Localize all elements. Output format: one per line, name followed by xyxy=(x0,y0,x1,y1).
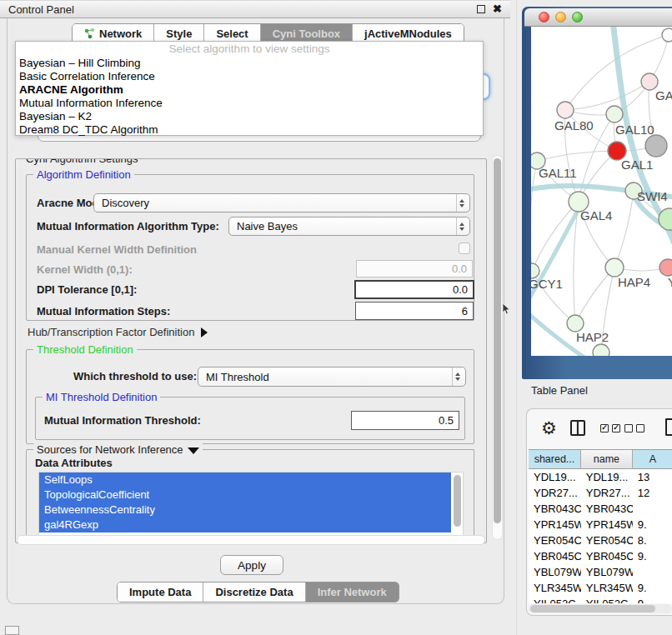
list-item[interactable]: BetweennessCentrality xyxy=(39,502,451,518)
table-cell[interactable]: YDR27... xyxy=(581,485,633,501)
column-header-cut[interactable]: A xyxy=(633,450,672,468)
table-cell[interactable]: 9. xyxy=(633,517,672,532)
close-traffic-light-icon[interactable] xyxy=(539,12,549,22)
mouse-cursor xyxy=(502,303,512,315)
table-cell[interactable]: YBL079W xyxy=(529,564,581,580)
document-icon[interactable] xyxy=(665,418,672,436)
mi-algorithm-type-combo[interactable]: Naive Bayes xyxy=(228,217,470,236)
tab-discretize-data[interactable]: Discretize Data xyxy=(203,582,304,602)
zoom-traffic-light-icon[interactable] xyxy=(572,12,583,22)
popup-item-mutual-information[interactable]: Mutual Information Inference xyxy=(16,97,483,110)
table-cell[interactable]: YLR345W xyxy=(581,580,633,596)
network-node-gal[interactable] xyxy=(641,73,658,90)
table-row[interactable]: YER054CYER054C8. xyxy=(529,532,672,548)
tab-infer-network[interactable]: Infer Network xyxy=(305,582,399,602)
aracne-mode-combo[interactable]: Discovery xyxy=(93,193,470,212)
network-edge xyxy=(532,202,579,271)
table-cell[interactable]: YBL079W xyxy=(581,564,633,580)
table-cell[interactable]: YBR043C xyxy=(581,501,633,517)
table-cell[interactable]: YDR27... xyxy=(529,485,581,501)
mi-steps-field[interactable]: 6 xyxy=(355,302,474,320)
table-cell[interactable]: 8. xyxy=(633,532,672,548)
table-cell[interactable]: 9. xyxy=(633,596,672,603)
table-cell[interactable]: YPR145W xyxy=(529,517,581,532)
hub-definition-expander[interactable]: Hub/Transcription Factor Definition xyxy=(28,326,208,338)
table-cell[interactable]: 9. xyxy=(633,548,672,564)
table-cell[interactable]: YDL19... xyxy=(581,469,633,485)
table-row[interactable]: YDL19...YDL19...13 xyxy=(529,469,672,485)
network-canvas[interactable]: GALGAL80GAL10GAL1GAL11SWI4GAL4GCY1HAP4YH… xyxy=(531,27,672,356)
minimize-traffic-light-icon[interactable] xyxy=(555,12,566,22)
network-window-titlebar[interactable] xyxy=(524,8,672,27)
dpi-tolerance-field[interactable]: 0.0 xyxy=(354,280,474,299)
tab-impute-data[interactable]: Impute Data xyxy=(118,582,203,602)
node-label: SWI4 xyxy=(637,189,668,203)
collapse-down-icon xyxy=(188,448,199,454)
table-cell[interactable]: YLR345W xyxy=(529,580,581,596)
table-cell[interactable]: YER054C xyxy=(529,532,581,548)
gear-icon[interactable]: ⚙ xyxy=(541,418,557,439)
data-attributes-list[interactable]: SelfLoops TopologicalCoefficient Between… xyxy=(38,472,464,538)
network-node-gal80[interactable] xyxy=(557,102,574,118)
table-cell[interactable]: YBR043C xyxy=(529,501,581,517)
control-panel-window: Control Panel ✖ gal-filtered sif default… xyxy=(0,0,510,606)
table-row[interactable]: YDR27...YDR27...12 xyxy=(529,485,672,501)
list-scrollbar[interactable] xyxy=(453,474,462,534)
network-node[interactable] xyxy=(593,344,609,356)
close-icon[interactable]: ✖ xyxy=(493,5,502,13)
control-panel-titlebar[interactable]: Control Panel ✖ xyxy=(0,0,510,18)
float-window-icon[interactable] xyxy=(477,5,485,13)
list-item[interactable]: SelfLoops xyxy=(39,472,451,488)
network-node[interactable] xyxy=(645,135,667,157)
list-item[interactable]: gal4RGexp xyxy=(39,518,451,532)
settings-horizontal-scrollbar[interactable] xyxy=(17,535,485,545)
table-row[interactable]: YLR345WYLR345W9. xyxy=(529,580,672,596)
popup-item-bayesian-k2[interactable]: Bayesian – K2 xyxy=(16,110,483,123)
table-row[interactable]: YBR043CYBR043C xyxy=(529,501,672,517)
docked-panel-icon[interactable] xyxy=(5,626,19,635)
table-cell[interactable]: YDL19... xyxy=(529,469,581,485)
popup-item-bayesian-hill-climbing[interactable]: Bayesian – Hill Climbing xyxy=(16,57,483,70)
node-label: GAL1 xyxy=(621,158,653,172)
table-row[interactable]: YBL079WYBL079W xyxy=(529,564,672,580)
which-threshold-combo[interactable]: MI Threshold xyxy=(198,367,466,387)
table-row[interactable]: YBR045CYBR045C9. xyxy=(529,548,672,564)
sources-title[interactable]: Sources for Network Inference xyxy=(33,443,203,456)
table-row[interactable]: YIL052CYIL052C9. xyxy=(529,596,672,603)
network-icon xyxy=(84,28,95,39)
table-cell[interactable]: YPR145W xyxy=(581,517,633,532)
popup-item-aracne[interactable]: ARACNE Algorithm xyxy=(16,83,483,97)
table-cell[interactable]: 9. xyxy=(633,580,672,596)
table-cell[interactable]: YBR045C xyxy=(581,548,633,564)
settings-vertical-scrollbar[interactable] xyxy=(492,155,503,540)
list-item[interactable]: TopologicalCoefficient xyxy=(39,488,451,502)
mi-threshold-field[interactable]: 0.5 xyxy=(351,411,459,430)
table-horizontal-scrollbar[interactable] xyxy=(529,604,672,613)
network-node[interactable] xyxy=(662,28,672,42)
network-node-gal10[interactable] xyxy=(606,106,623,122)
table-cell[interactable] xyxy=(633,564,672,580)
popup-item-basic-correlation[interactable]: Basic Correlation Inference xyxy=(16,70,483,83)
network-node-y[interactable] xyxy=(659,259,672,276)
table-cell[interactable]: 12 xyxy=(633,485,672,501)
table-cell[interactable]: YIL052C xyxy=(581,596,633,603)
column-header-name[interactable]: name xyxy=(581,450,633,468)
network-node-hap4[interactable] xyxy=(605,258,624,277)
apply-button[interactable]: Apply xyxy=(220,555,283,575)
table-cell[interactable] xyxy=(633,501,672,517)
node-label: Y xyxy=(668,275,672,289)
kernel-width-field[interactable]: 0.0 xyxy=(356,260,473,278)
column-header-shared-name[interactable]: shared... xyxy=(529,450,581,468)
table-cell[interactable]: YBR045C xyxy=(529,548,581,564)
hide-columns-icon[interactable] xyxy=(624,424,644,432)
table-cell[interactable]: YER054C xyxy=(581,532,633,548)
split-view-icon[interactable] xyxy=(570,420,585,436)
node-label: GAL xyxy=(655,88,672,102)
show-columns-icon[interactable] xyxy=(600,424,620,432)
popup-item-dream8[interactable]: Dream8 DC_TDC Algorithm xyxy=(16,123,483,137)
table-row[interactable]: YPR145WYPR145W9. xyxy=(529,517,672,532)
table-cell[interactable]: 13 xyxy=(633,469,672,485)
manual-kernel-checkbox[interactable] xyxy=(459,242,470,254)
network-node-hap2[interactable] xyxy=(567,315,584,332)
table-cell[interactable]: YIL052C xyxy=(529,596,581,603)
